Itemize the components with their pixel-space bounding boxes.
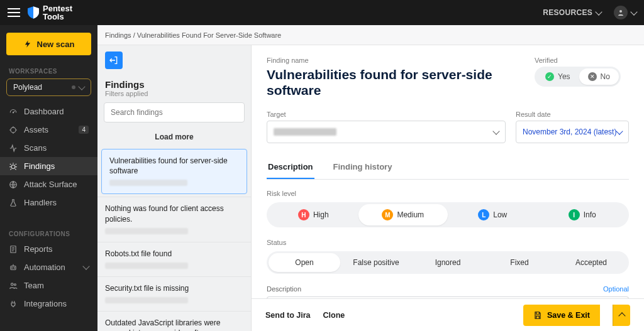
tab-history[interactable]: Finding history: [332, 156, 394, 179]
result-date-select[interactable]: November 3rd, 2024 (latest): [516, 121, 629, 143]
sidebar-item-scans[interactable]: Scans: [0, 139, 97, 157]
finding-item-title: Robots.txt file found: [105, 249, 243, 259]
risk-info[interactable]: IInfo: [538, 204, 628, 225]
finding-name: Vulnerabilities found for server-side so…: [267, 67, 522, 98]
finding-item[interactable]: Outdated JavaScript libraries were merge…: [97, 311, 251, 331]
verified-no[interactable]: ✕No: [579, 68, 619, 85]
svg-point-0: [619, 10, 622, 13]
chevron-down-icon: [616, 128, 623, 134]
risk-medium[interactable]: MMedium: [358, 204, 448, 225]
chevron-up-icon: [618, 312, 625, 319]
brand-logo[interactable]: PentestTools: [28, 4, 72, 21]
finding-name-label: Finding name: [267, 57, 522, 64]
status-false-positive[interactable]: False positive: [340, 253, 412, 272]
chevron-down-icon: [82, 263, 89, 269]
status-accepted[interactable]: Accepted: [555, 253, 627, 272]
sidebar-item-automation[interactable]: Automation: [0, 258, 97, 276]
plug-icon: [9, 300, 18, 308]
activity-icon: [9, 144, 18, 153]
svg-point-3: [11, 165, 15, 168]
findings-panel: Findings Filters applied Load more Vulne…: [97, 45, 252, 331]
send-to-jira-button[interactable]: Send to Jira: [265, 311, 311, 320]
sidebar-item-team[interactable]: Team: [0, 276, 97, 295]
shield-icon: [28, 6, 39, 19]
sidebar-item-assets[interactable]: Assets 4: [0, 121, 97, 139]
sidebar-item-attack-surface[interactable]: Attack Surface: [0, 175, 97, 193]
risk-info-icon: I: [569, 209, 580, 220]
findings-list[interactable]: Vulnerabilities found for server-side so…: [97, 146, 251, 331]
save-icon: [533, 311, 542, 320]
clone-button[interactable]: Clone: [323, 311, 345, 320]
finding-item-title: Vulnerabilities found for server-side so…: [109, 156, 239, 176]
new-scan-button[interactable]: New scan: [6, 33, 91, 55]
users-icon: [9, 281, 18, 290]
user-menu[interactable]: [614, 6, 636, 19]
sidebar-item-findings[interactable]: Findings: [0, 157, 97, 175]
sidebar-item-reports[interactable]: Reports: [0, 240, 97, 258]
x-icon: ✕: [588, 72, 597, 81]
status-fixed[interactable]: Fixed: [484, 253, 555, 272]
risk-level-label: Risk level: [267, 190, 629, 197]
risk-level-selector: HHigh MMedium LLow IInfo: [267, 202, 629, 227]
finding-item[interactable]: Vulnerabilities found for server-side so…: [101, 149, 247, 194]
save-exit-button[interactable]: Save & Exit: [523, 305, 600, 326]
finding-item-title: Security.txt file is missing: [105, 283, 243, 293]
robot-icon: [9, 263, 18, 272]
detail-footer: Send to Jira Clone Save & Exit: [252, 298, 644, 331]
risk-low[interactable]: LLow: [448, 204, 538, 225]
search-input[interactable]: [104, 102, 245, 122]
target-icon: [9, 126, 18, 134]
breadcrumb-root[interactable]: Findings: [105, 31, 131, 39]
target-label: Target: [267, 111, 506, 118]
svg-point-10: [14, 283, 16, 285]
panel-subtitle: Filters applied: [97, 90, 251, 102]
finding-item[interactable]: Robots.txt file found: [97, 242, 251, 276]
user-avatar-icon: [614, 6, 628, 19]
status-ignored[interactable]: Ignored: [412, 253, 484, 272]
workspaces-heading: WORKSPACES: [0, 64, 97, 77]
tab-description[interactable]: Description: [267, 156, 314, 179]
save-more-button[interactable]: [613, 305, 630, 326]
brand-text: PentestTools: [43, 4, 72, 21]
result-date-label: Result date: [516, 111, 629, 118]
bug-icon: [9, 162, 18, 171]
resources-dropdown[interactable]: RESOURCES: [543, 8, 601, 17]
chevron-down-icon: [78, 83, 85, 90]
configurations-heading: CONFIGURATIONS: [0, 227, 97, 240]
risk-high[interactable]: HHigh: [269, 204, 358, 225]
redacted-subtext: [105, 297, 188, 303]
verified-yes[interactable]: ✓Yes: [536, 68, 579, 85]
flask-icon: [9, 198, 18, 207]
svg-point-7: [12, 268, 13, 268]
description-label: Description: [267, 285, 301, 293]
search-wrapper: [104, 102, 245, 122]
sidebar: New scan WORKSPACES Polylead Dashboard A…: [0, 25, 97, 331]
panel-title: Findings: [97, 75, 251, 90]
sidebar-item-handlers[interactable]: Handlers: [0, 193, 97, 212]
load-more-button[interactable]: Load more: [97, 128, 251, 146]
status-selector: Open False positive Ignored Fixed Accept…: [267, 251, 629, 274]
redacted-subtext: [105, 228, 188, 234]
back-button[interactable]: [105, 52, 123, 69]
exit-icon: [109, 55, 119, 65]
breadcrumb: Findings / Vulnerabilities Found For Ser…: [97, 25, 644, 45]
redacted-subtext: [105, 263, 188, 269]
status-dot-icon: [72, 85, 75, 89]
status-open[interactable]: Open: [269, 253, 340, 272]
optional-hint: Optional: [603, 285, 629, 293]
risk-medium-icon: M: [382, 209, 393, 220]
count-badge: 4: [79, 126, 89, 134]
gauge-icon: [9, 107, 18, 116]
finding-item[interactable]: Nothing was found for client access poli…: [97, 197, 251, 241]
globe-icon: [9, 180, 18, 189]
sidebar-item-dashboard[interactable]: Dashboard: [0, 102, 97, 121]
check-icon: ✓: [545, 72, 554, 81]
sidebar-item-integrations[interactable]: Integrations: [0, 295, 97, 313]
finding-item[interactable]: Security.txt file is missing: [97, 276, 251, 311]
finding-detail: Finding name Vulnerabilities found for s…: [252, 45, 644, 331]
menu-icon[interactable]: [8, 8, 20, 17]
risk-high-icon: H: [298, 209, 309, 220]
svg-point-8: [14, 268, 14, 268]
workspace-selector[interactable]: Polylead: [6, 79, 91, 96]
target-select[interactable]: [267, 121, 506, 143]
